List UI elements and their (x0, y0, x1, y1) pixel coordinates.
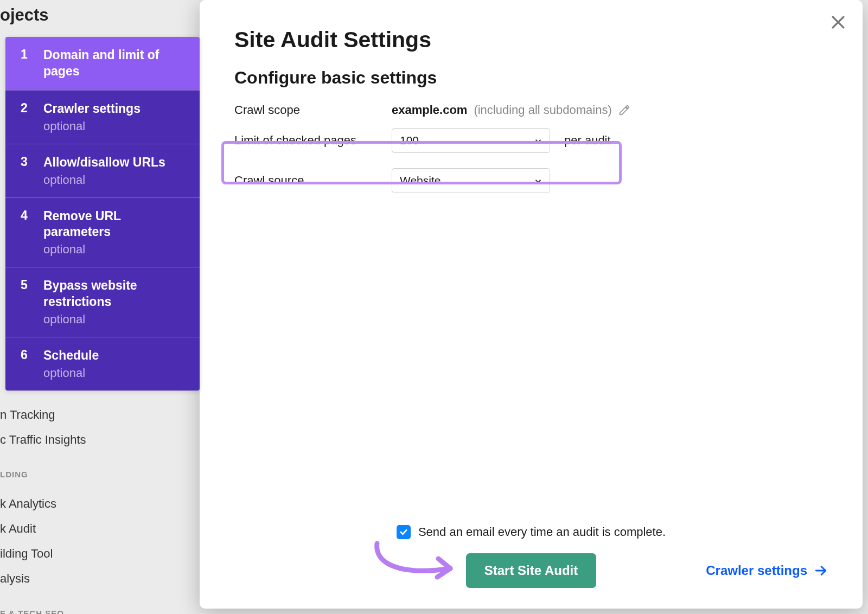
limit-select-value: 100 (400, 134, 419, 147)
wizard-sidebar: 1 Domain and limit of pages 2 Crawler se… (5, 37, 200, 391)
wizard-step-label: Remove URL parameters (43, 208, 188, 241)
crawl-scope-row: Crawl scope example.com (including all s… (234, 103, 828, 117)
wizard-step-number: 1 (21, 47, 31, 80)
wizard-step-number: 2 (21, 101, 31, 133)
wizard-step-3[interactable]: 3 Allow/disallow URLs optional (5, 144, 200, 197)
close-icon[interactable] (829, 13, 847, 31)
crawl-source-row: Crawl source Website (234, 168, 828, 193)
wizard-step-number: 6 (21, 348, 31, 380)
wizard-step-5[interactable]: 5 Bypass website restrictions optional (5, 267, 200, 337)
wizard-step-optional: optional (43, 312, 188, 327)
crawl-source-label: Crawl source (234, 174, 392, 188)
wizard-step-6[interactable]: 6 Schedule optional (5, 337, 200, 391)
limit-row: Limit of checked pages 100 per audit (234, 128, 828, 153)
modal-footer: Send an email every time an audit is com… (200, 525, 863, 587)
modal-title: Site Audit Settings (234, 27, 828, 53)
crawl-scope-domain: example.com (392, 103, 467, 117)
limit-suffix: per audit (564, 133, 611, 148)
wizard-step-2[interactable]: 2 Crawler settings optional (5, 90, 200, 144)
crawl-scope-label: Crawl scope (234, 103, 392, 117)
arrow-right-icon (814, 564, 828, 578)
wizard-step-optional: optional (43, 366, 99, 380)
limit-select[interactable]: 100 (392, 128, 550, 153)
wizard-step-label: Crawler settings (43, 101, 141, 117)
start-audit-button[interactable]: Start Site Audit (466, 553, 596, 588)
crawl-scope-hint: (including all subdomains) (474, 103, 611, 117)
settings-modal: Site Audit Settings Configure basic sett… (200, 0, 863, 609)
crawl-source-value: Website (400, 174, 441, 187)
email-notify-label: Send an email every time an audit is com… (418, 525, 666, 539)
email-checkbox[interactable] (397, 525, 411, 539)
wizard-step-number: 4 (21, 208, 31, 257)
wizard-step-number: 5 (21, 278, 31, 327)
crawler-settings-link[interactable]: Crawler settings (706, 563, 828, 578)
wizard-step-label: Schedule (43, 348, 99, 364)
wizard-step-optional: optional (43, 242, 188, 257)
wizard-step-label: Bypass website restrictions (43, 278, 188, 310)
wizard-step-optional: optional (43, 173, 165, 187)
edit-icon[interactable] (618, 104, 630, 116)
wizard-step-number: 3 (21, 155, 31, 187)
email-notify-row: Send an email every time an audit is com… (234, 525, 828, 539)
wizard-step-optional: optional (43, 119, 141, 133)
wizard-step-4[interactable]: 4 Remove URL parameters optional (5, 197, 200, 267)
chevron-down-icon (533, 136, 543, 145)
crawler-settings-link-label: Crawler settings (706, 563, 807, 578)
modal-subtitle: Configure basic settings (234, 68, 828, 88)
crawl-source-select[interactable]: Website (392, 168, 550, 193)
chevron-down-icon (533, 176, 543, 186)
wizard-step-label: Domain and limit of pages (43, 47, 188, 80)
limit-label: Limit of checked pages (234, 133, 392, 148)
wizard-step-1[interactable]: 1 Domain and limit of pages (5, 37, 200, 90)
wizard-step-label: Allow/disallow URLs (43, 155, 165, 171)
